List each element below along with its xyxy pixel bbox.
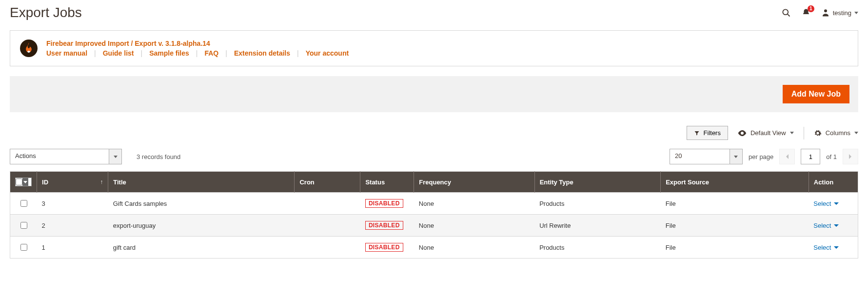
col-header-title[interactable]: Title — [108, 172, 295, 193]
cell-entity: Products — [534, 237, 661, 259]
row-checkbox[interactable] — [20, 200, 27, 207]
svg-point-2 — [824, 9, 827, 12]
link-your-account[interactable]: Your account — [306, 49, 349, 57]
page-of-label: of 1 — [826, 153, 837, 160]
row-action-select[interactable]: Select — [813, 244, 853, 251]
gear-icon — [814, 129, 822, 137]
col-header-status[interactable]: Status — [360, 172, 414, 193]
row-checkbox[interactable] — [20, 244, 27, 251]
col-header-source[interactable]: Export Source — [661, 172, 809, 193]
cell-frequency: None — [414, 215, 534, 237]
cell-cron — [295, 215, 360, 237]
link-extension-details[interactable]: Extension details — [234, 49, 290, 57]
cell-status: DISABLED — [360, 237, 414, 259]
link-guide-list[interactable]: Guide list — [103, 49, 134, 57]
chevron-down-icon — [834, 202, 839, 205]
chevron-down-icon — [114, 156, 118, 158]
jobs-table: ID↑ Title Cron Status Frequency Entity T… — [10, 171, 858, 259]
columns-label: Columns — [826, 129, 850, 137]
divider — [804, 127, 804, 140]
cell-status: DISABLED — [360, 215, 414, 237]
cell-frequency: None — [414, 237, 534, 259]
chevron-down-icon — [734, 156, 738, 158]
notifications-badge: 1 — [808, 5, 814, 12]
col-header-action[interactable]: Action — [809, 172, 858, 193]
col-header-id[interactable]: ID↑ — [37, 172, 108, 193]
cell-entity: Url Rewrite — [534, 215, 661, 237]
cell-title: gift card — [108, 237, 295, 259]
cell-id: 2 — [37, 215, 108, 237]
per-page-value: 20 — [670, 149, 730, 164]
cell-source: File — [661, 215, 809, 237]
default-view-label: Default View — [750, 129, 786, 137]
cell-title: Gift Cards samples — [108, 193, 295, 215]
user-menu[interactable]: testing — [821, 8, 858, 17]
col-header-frequency[interactable]: Frequency — [414, 172, 534, 193]
chevron-down-icon — [834, 224, 839, 227]
status-badge: DISABLED — [365, 243, 403, 252]
bulk-actions-toggle[interactable] — [109, 149, 121, 164]
per-page-select[interactable]: 20 — [670, 149, 743, 164]
prev-page-button[interactable] — [779, 149, 795, 164]
link-user-manual[interactable]: User manual — [46, 49, 87, 57]
default-view-menu[interactable]: Default View — [738, 129, 794, 137]
cell-source: File — [661, 193, 809, 215]
filters-label: Filters — [704, 129, 721, 137]
search-icon[interactable] — [781, 8, 791, 18]
table-row: 2export-uruguayDISABLEDNoneUrl RewriteFi… — [10, 215, 858, 237]
columns-menu[interactable]: Columns — [814, 129, 858, 137]
link-sample-files[interactable]: Sample files — [149, 49, 189, 57]
status-badge: DISABLED — [365, 199, 403, 208]
firebear-logo-icon — [20, 40, 38, 57]
funnel-icon — [694, 130, 700, 136]
row-checkbox[interactable] — [20, 222, 27, 229]
chevron-down-icon — [854, 132, 858, 134]
sort-asc-icon: ↑ — [100, 179, 103, 185]
cell-entity: Products — [534, 193, 661, 215]
chevron-down-icon — [834, 246, 839, 249]
col-header-cron[interactable]: Cron — [295, 172, 360, 193]
cell-cron — [295, 193, 360, 215]
chevron-right-icon — [848, 154, 852, 159]
eye-icon — [738, 130, 747, 136]
extension-links: User manual| Guide list| Sample files| F… — [46, 49, 349, 57]
row-action-select[interactable]: Select — [813, 200, 853, 207]
user-name: testing — [833, 9, 851, 17]
select-all-checkbox[interactable] — [15, 178, 32, 186]
filters-button[interactable]: Filters — [687, 126, 728, 140]
status-badge: DISABLED — [365, 221, 403, 230]
add-new-job-button[interactable]: Add New Job — [783, 85, 849, 103]
row-action-select[interactable]: Select — [813, 222, 853, 229]
page-title: Export Jobs — [10, 5, 82, 20]
table-row: 3Gift Cards samplesDISABLEDNoneProductsF… — [10, 193, 858, 215]
cell-status: DISABLED — [360, 193, 414, 215]
chevron-left-icon — [785, 154, 789, 159]
svg-line-1 — [788, 14, 790, 17]
per-page-label: per page — [749, 153, 773, 160]
notifications-icon[interactable]: 1 — [802, 8, 810, 17]
cell-frequency: None — [414, 193, 534, 215]
extension-info-box: Firebear Improved Import / Export v. 3.1… — [10, 30, 858, 66]
svg-point-0 — [783, 9, 788, 15]
chevron-down-icon — [790, 132, 794, 134]
records-found: 3 records found — [137, 153, 180, 160]
bulk-actions-label: Actions — [10, 149, 109, 164]
user-icon — [821, 8, 830, 17]
link-faq[interactable]: FAQ — [204, 49, 218, 57]
cell-title: export-uruguay — [108, 215, 295, 237]
cell-id: 1 — [37, 237, 108, 259]
next-page-button[interactable] — [843, 149, 858, 164]
extension-title: Firebear Improved Import / Export v. 3.1… — [46, 40, 349, 47]
cell-cron — [295, 237, 360, 259]
per-page-toggle[interactable] — [730, 149, 742, 164]
cell-id: 3 — [37, 193, 108, 215]
col-header-entity[interactable]: Entity Type — [534, 172, 661, 193]
bulk-actions-select[interactable]: Actions — [10, 149, 122, 164]
table-row: 1gift cardDISABLEDNoneProductsFileSelect — [10, 237, 858, 259]
page-input[interactable] — [801, 149, 820, 164]
cell-source: File — [661, 237, 809, 259]
chevron-down-icon — [854, 12, 858, 14]
